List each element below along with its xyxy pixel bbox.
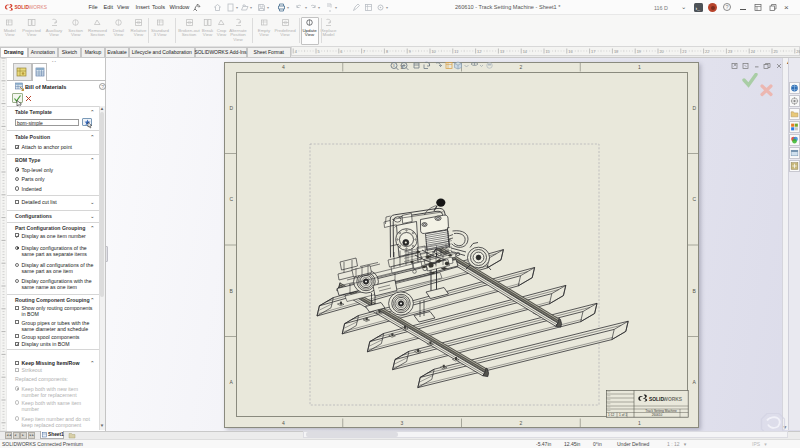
svg-text:24: 24 — [751, 50, 755, 54]
svg-text:7: 7 — [363, 50, 365, 54]
svg-text:260610: 260610 — [652, 413, 663, 417]
svg-text:12: 12 — [477, 50, 481, 54]
svg-text:6: 6 — [340, 50, 342, 54]
svg-text:10: 10 — [432, 50, 436, 54]
svg-text:20: 20 — [660, 50, 664, 54]
svg-text:SOLID: SOLID — [14, 5, 29, 10]
svg-text:22: 22 — [705, 50, 709, 54]
svg-text:25: 25 — [774, 50, 778, 54]
svg-text:8: 8 — [386, 50, 388, 54]
svg-text:26: 26 — [796, 50, 800, 54]
svg-text:Track Setting Machine: Track Setting Machine — [645, 409, 677, 413]
svg-text:21: 21 — [682, 50, 686, 54]
svg-text:11: 11 — [454, 50, 458, 54]
svg-text:WORKS: WORKS — [663, 397, 682, 402]
svg-text:14: 14 — [523, 50, 527, 54]
svg-text:18: 18 — [614, 50, 618, 54]
svg-text:13: 13 — [500, 50, 504, 54]
svg-text:23: 23 — [728, 50, 732, 54]
svg-text:3: 3 — [393, 63, 396, 68]
svg-text:19: 19 — [637, 50, 641, 54]
svg-text:15: 15 — [546, 50, 550, 54]
svg-text:17: 17 — [591, 50, 595, 54]
svg-text:SOLID: SOLID — [649, 397, 664, 402]
svg-text:5: 5 — [318, 50, 320, 54]
svg-text:9: 9 — [409, 50, 411, 54]
svg-text:4: 4 — [295, 50, 297, 54]
svg-text:WORKS: WORKS — [29, 5, 47, 10]
svg-text:16: 16 — [568, 50, 572, 54]
